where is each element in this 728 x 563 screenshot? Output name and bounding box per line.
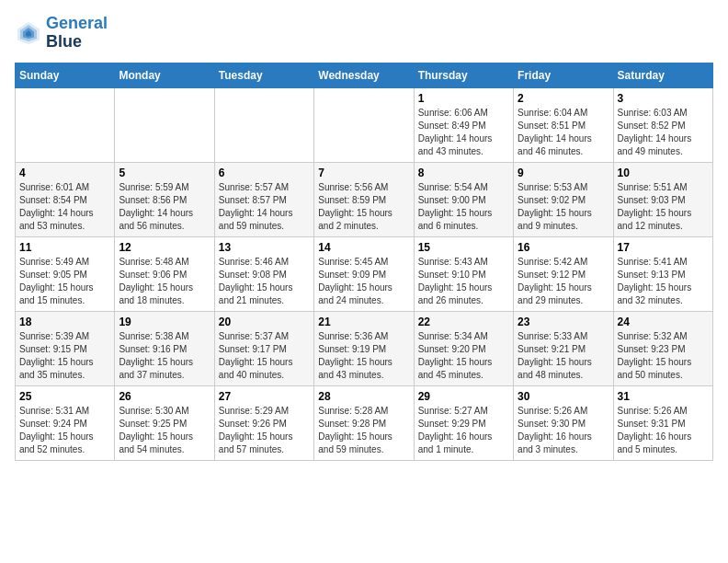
day-number: 16 <box>518 241 609 254</box>
day-cell <box>314 87 414 162</box>
day-number: 30 <box>518 390 609 403</box>
day-number: 20 <box>219 316 310 328</box>
day-info: Sunrise: 5:33 AM Sunset: 9:21 PM Dayligh… <box>518 330 609 382</box>
day-cell: 23Sunrise: 5:33 AM Sunset: 9:21 PM Dayli… <box>514 311 613 385</box>
day-header-wednesday: Wednesday <box>314 63 414 87</box>
day-cell: 17Sunrise: 5:41 AM Sunset: 9:13 PM Dayli… <box>613 236 712 311</box>
day-info: Sunrise: 5:30 AM Sunset: 9:25 PM Dayligh… <box>119 405 210 456</box>
day-number: 23 <box>518 316 609 328</box>
day-info: Sunrise: 5:59 AM Sunset: 8:56 PM Dayligh… <box>119 181 210 233</box>
day-number: 19 <box>119 316 210 328</box>
day-number: 3 <box>618 92 709 105</box>
day-cell: 12Sunrise: 5:48 AM Sunset: 9:06 PM Dayli… <box>115 236 214 311</box>
day-cell: 28Sunrise: 5:28 AM Sunset: 9:28 PM Dayli… <box>314 385 414 460</box>
day-cell: 27Sunrise: 5:29 AM Sunset: 9:26 PM Dayli… <box>214 385 313 460</box>
day-cell: 7Sunrise: 5:56 AM Sunset: 8:59 PM Daylig… <box>314 162 414 236</box>
logo: General Blue <box>15 15 108 52</box>
logo-icon <box>15 19 42 47</box>
day-cell: 14Sunrise: 5:45 AM Sunset: 9:09 PM Dayli… <box>314 236 414 311</box>
day-number: 10 <box>618 167 709 179</box>
day-number: 22 <box>418 316 509 328</box>
day-cell: 2Sunrise: 6:04 AM Sunset: 8:51 PM Daylig… <box>514 87 613 162</box>
day-cell: 1Sunrise: 6:06 AM Sunset: 8:49 PM Daylig… <box>414 87 513 162</box>
day-cell: 3Sunrise: 6:03 AM Sunset: 8:52 PM Daylig… <box>613 87 712 162</box>
day-header-monday: Monday <box>115 63 214 87</box>
day-info: Sunrise: 6:04 AM Sunset: 8:51 PM Dayligh… <box>518 107 609 158</box>
day-header-friday: Friday <box>514 63 613 87</box>
header-row: SundayMondayTuesdayWednesdayThursdayFrid… <box>16 63 713 87</box>
day-number: 13 <box>219 241 310 254</box>
day-header-tuesday: Tuesday <box>214 63 313 87</box>
day-number: 4 <box>19 167 110 179</box>
day-number: 28 <box>318 390 409 403</box>
day-number: 15 <box>418 241 509 254</box>
day-cell: 31Sunrise: 5:26 AM Sunset: 9:31 PM Dayli… <box>613 385 712 460</box>
day-info: Sunrise: 5:49 AM Sunset: 9:05 PM Dayligh… <box>19 256 110 307</box>
day-number: 6 <box>219 167 310 179</box>
day-info: Sunrise: 5:26 AM Sunset: 9:30 PM Dayligh… <box>518 405 609 456</box>
day-cell: 30Sunrise: 5:26 AM Sunset: 9:30 PM Dayli… <box>514 385 613 460</box>
day-number: 1 <box>418 92 509 105</box>
week-row-1: 1Sunrise: 6:06 AM Sunset: 8:49 PM Daylig… <box>16 87 713 162</box>
day-info: Sunrise: 5:37 AM Sunset: 9:17 PM Dayligh… <box>219 330 310 382</box>
day-cell: 29Sunrise: 5:27 AM Sunset: 9:29 PM Dayli… <box>414 385 513 460</box>
day-cell: 20Sunrise: 5:37 AM Sunset: 9:17 PM Dayli… <box>214 311 313 385</box>
day-number: 29 <box>418 390 509 403</box>
day-number: 14 <box>318 241 409 254</box>
day-info: Sunrise: 5:53 AM Sunset: 9:02 PM Dayligh… <box>518 181 609 233</box>
day-info: Sunrise: 5:32 AM Sunset: 9:23 PM Dayligh… <box>618 330 709 382</box>
day-cell: 26Sunrise: 5:30 AM Sunset: 9:25 PM Dayli… <box>115 385 214 460</box>
calendar-body: 1Sunrise: 6:06 AM Sunset: 8:49 PM Daylig… <box>16 87 713 460</box>
day-cell: 6Sunrise: 5:57 AM Sunset: 8:57 PM Daylig… <box>214 162 313 236</box>
day-info: Sunrise: 5:41 AM Sunset: 9:13 PM Dayligh… <box>618 256 709 307</box>
day-number: 26 <box>119 390 210 403</box>
day-info: Sunrise: 5:45 AM Sunset: 9:09 PM Dayligh… <box>318 256 409 307</box>
day-cell: 4Sunrise: 6:01 AM Sunset: 8:54 PM Daylig… <box>16 162 115 236</box>
day-number: 27 <box>219 390 310 403</box>
day-number: 12 <box>119 241 210 254</box>
day-cell: 10Sunrise: 5:51 AM Sunset: 9:03 PM Dayli… <box>613 162 712 236</box>
day-number: 18 <box>19 316 110 328</box>
day-info: Sunrise: 5:31 AM Sunset: 9:24 PM Dayligh… <box>19 405 110 456</box>
day-cell: 16Sunrise: 5:42 AM Sunset: 9:12 PM Dayli… <box>514 236 613 311</box>
day-header-thursday: Thursday <box>414 63 513 87</box>
week-row-3: 11Sunrise: 5:49 AM Sunset: 9:05 PM Dayli… <box>16 236 713 311</box>
day-number: 8 <box>418 167 509 179</box>
day-cell: 25Sunrise: 5:31 AM Sunset: 9:24 PM Dayli… <box>16 385 115 460</box>
day-cell: 22Sunrise: 5:34 AM Sunset: 9:20 PM Dayli… <box>414 311 513 385</box>
day-info: Sunrise: 5:48 AM Sunset: 9:06 PM Dayligh… <box>119 256 210 307</box>
day-cell: 19Sunrise: 5:38 AM Sunset: 9:16 PM Dayli… <box>115 311 214 385</box>
day-info: Sunrise: 5:26 AM Sunset: 9:31 PM Dayligh… <box>618 405 709 456</box>
day-cell: 15Sunrise: 5:43 AM Sunset: 9:10 PM Dayli… <box>414 236 513 311</box>
day-number: 11 <box>19 241 110 254</box>
day-number: 9 <box>518 167 609 179</box>
day-info: Sunrise: 5:54 AM Sunset: 9:00 PM Dayligh… <box>418 181 509 233</box>
day-number: 24 <box>618 316 709 328</box>
day-info: Sunrise: 5:43 AM Sunset: 9:10 PM Dayligh… <box>418 256 509 307</box>
day-cell <box>214 87 313 162</box>
week-row-5: 25Sunrise: 5:31 AM Sunset: 9:24 PM Dayli… <box>16 385 713 460</box>
day-info: Sunrise: 5:34 AM Sunset: 9:20 PM Dayligh… <box>418 330 509 382</box>
day-number: 5 <box>119 167 210 179</box>
day-info: Sunrise: 5:56 AM Sunset: 8:59 PM Dayligh… <box>318 181 409 233</box>
calendar-table: SundayMondayTuesdayWednesdayThursdayFrid… <box>15 63 713 461</box>
day-info: Sunrise: 5:42 AM Sunset: 9:12 PM Dayligh… <box>518 256 609 307</box>
day-info: Sunrise: 5:51 AM Sunset: 9:03 PM Dayligh… <box>618 181 709 233</box>
day-info: Sunrise: 5:39 AM Sunset: 9:15 PM Dayligh… <box>19 330 110 382</box>
day-number: 2 <box>518 92 609 105</box>
day-info: Sunrise: 5:27 AM Sunset: 9:29 PM Dayligh… <box>418 405 509 456</box>
day-cell: 11Sunrise: 5:49 AM Sunset: 9:05 PM Dayli… <box>16 236 115 311</box>
day-cell: 18Sunrise: 5:39 AM Sunset: 9:15 PM Dayli… <box>16 311 115 385</box>
day-cell <box>16 87 115 162</box>
day-cell: 9Sunrise: 5:53 AM Sunset: 9:02 PM Daylig… <box>514 162 613 236</box>
day-number: 21 <box>318 316 409 328</box>
day-cell: 8Sunrise: 5:54 AM Sunset: 9:00 PM Daylig… <box>414 162 513 236</box>
day-number: 7 <box>318 167 409 179</box>
day-info: Sunrise: 6:06 AM Sunset: 8:49 PM Dayligh… <box>418 107 509 158</box>
day-info: Sunrise: 5:38 AM Sunset: 9:16 PM Dayligh… <box>119 330 210 382</box>
page-header: General Blue <box>15 15 713 52</box>
day-info: Sunrise: 6:01 AM Sunset: 8:54 PM Dayligh… <box>19 181 110 233</box>
calendar-header: SundayMondayTuesdayWednesdayThursdayFrid… <box>16 63 713 87</box>
day-info: Sunrise: 5:28 AM Sunset: 9:28 PM Dayligh… <box>318 405 409 456</box>
day-info: Sunrise: 5:57 AM Sunset: 8:57 PM Dayligh… <box>219 181 310 233</box>
